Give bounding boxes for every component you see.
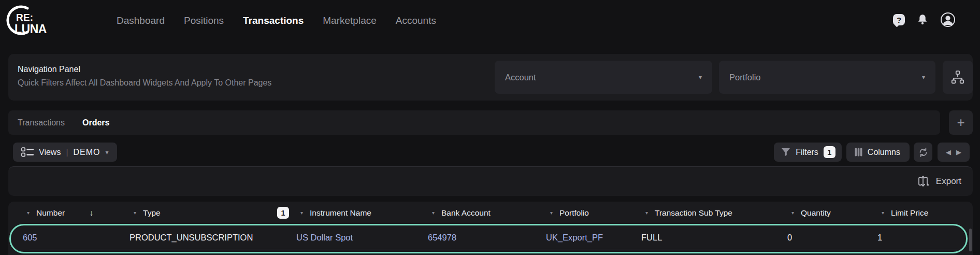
views-list-icon [21,147,34,157]
cell-quantity: 0 [787,233,877,243]
filters-label: Filters [796,148,818,157]
arrow-right-icon[interactable]: ▶ [956,149,961,155]
hierarchy-view-button[interactable] [943,61,973,94]
column-menu-icon[interactable]: ▾ [432,210,435,216]
export-button[interactable]: Export [917,175,961,188]
export-icon [917,175,929,188]
column-header-transaction-sub-type[interactable]: ▾ Transaction Sub Type [641,202,787,224]
column-label: Quantity [801,208,831,218]
column-header-bank-account[interactable]: ▾ Bank Account [428,202,546,224]
row-divider [30,249,958,249]
cell-portfolio[interactable]: UK_Export_PF [546,233,641,243]
brand-logo[interactable]: RE: LUNA [5,3,55,39]
column-label: Transaction Sub Type [655,208,732,218]
help-icon[interactable]: ? [893,14,905,25]
sitemap-icon [951,70,964,84]
cell-limit-price: 1 [877,233,975,243]
columns-icon [855,148,862,157]
refresh-icon [918,147,929,158]
table-header-row: ▾ Number ↓ ▾ Type 1 ▾ Instrument Name ▾ … [8,202,973,224]
columns-button[interactable]: Columns [846,143,910,162]
toolbar-right-group: Filters 1 Columns ◀ ▶ [774,143,970,162]
sort-descending-icon[interactable]: ↓ [89,208,93,218]
vertical-scrollbar[interactable] [969,229,972,251]
table-toolbar: Views | DEMO ▾ Filters 1 Columns [8,138,973,166]
account-dropdown[interactable]: Account ▾ [495,61,712,94]
column-label: Limit Price [891,208,928,218]
nav-item-accounts[interactable]: Accounts [396,15,436,26]
user-avatar-icon[interactable] [940,12,956,27]
table-row-content: 605 PRODUCT_UNSUBSCRIPTION US Dollar Spo… [11,225,966,249]
portfolio-dropdown[interactable]: Portfolio ▾ [719,61,935,94]
cell-instrument-name[interactable]: US Dollar Spot [296,233,428,243]
views-selector[interactable]: Views | DEMO ▾ [13,143,117,162]
orders-table-panel: ▾ Number ↓ ▾ Type 1 ▾ Instrument Name ▾ … [8,202,973,255]
views-current-value: DEMO [74,148,100,157]
columns-label: Columns [868,148,900,157]
column-menu-icon[interactable]: ▾ [882,210,884,216]
top-right-icons: ? [893,0,956,39]
brand-line2: LUNA [15,22,47,36]
cell-bank-account[interactable]: 654978 [428,233,546,243]
nav-item-transactions[interactable]: Transactions [243,15,304,26]
column-menu-icon[interactable]: ▾ [791,210,794,216]
table-row-selected[interactable]: 605 PRODUCT_UNSUBSCRIPTION US Dollar Spo… [9,224,968,253]
filter-funnel-icon [781,148,790,157]
refresh-button[interactable] [914,143,932,162]
nav-item-positions[interactable]: Positions [184,15,224,26]
cell-transaction-sub-type: FULL [641,233,787,243]
views-separator: | [66,148,68,157]
column-header-number[interactable]: ▾ Number ↓ [23,202,129,224]
tabs-bar: Transactions Orders [8,110,940,135]
chevron-down-icon: ▾ [922,74,925,80]
column-menu-icon[interactable]: ▾ [27,210,30,216]
column-label: Number [36,208,65,218]
export-label: Export [936,176,961,187]
column-menu-icon[interactable]: ▾ [645,210,648,216]
notifications-bell-icon[interactable] [917,13,928,26]
top-bar: RE: LUNA Dashboard Positions Transaction… [0,0,980,44]
column-header-quantity[interactable]: ▾ Quantity [787,202,877,224]
tab-orders[interactable]: Orders [82,118,109,128]
column-header-type[interactable]: ▾ Type 1 [129,202,296,224]
cell-number[interactable]: 605 [23,233,129,243]
column-menu-icon[interactable]: ▾ [134,210,136,216]
portfolio-dropdown-placeholder: Portfolio [729,73,761,82]
column-menu-icon[interactable]: ▾ [300,210,303,216]
column-header-portfolio[interactable]: ▾ Portfolio [546,202,641,224]
brand-line1: RE: [16,12,33,23]
export-row-panel: Export [8,166,973,196]
quick-filters-panel: Navigation Panel Quick Filters Affect Al… [8,54,973,101]
cell-type: PRODUCT_UNSUBSCRIPTION [129,233,296,243]
add-tab-button[interactable]: + [949,110,973,135]
type-filter-count-badge: 1 [277,207,289,219]
arrow-left-icon[interactable]: ◀ [946,149,951,155]
account-dropdown-placeholder: Account [505,73,536,82]
column-label: Instrument Name [310,208,371,218]
nav-item-dashboard[interactable]: Dashboard [117,15,165,26]
nav-item-marketplace[interactable]: Marketplace [323,15,377,26]
chevron-down-icon: ▾ [699,74,702,80]
plus-icon: + [957,115,964,131]
column-pager-button[interactable]: ◀ ▶ [938,143,970,162]
column-header-limit-price[interactable]: ▾ Limit Price [877,202,975,224]
column-header-instrument-name[interactable]: ▾ Instrument Name [296,202,428,224]
main-nav: Dashboard Positions Transactions Marketp… [117,0,436,41]
column-label: Type [143,208,161,218]
chevron-down-icon: ▾ [106,149,109,155]
filters-count-badge: 1 [824,146,835,158]
panel-title: Navigation Panel [18,65,80,74]
column-menu-icon[interactable]: ▾ [550,210,553,216]
views-label: Views [39,148,61,157]
tab-transactions[interactable]: Transactions [18,118,65,128]
column-label: Portfolio [559,208,589,218]
column-label: Bank Account [441,208,491,218]
filters-button[interactable]: Filters 1 [774,143,842,162]
panel-subtitle: Quick Filters Affect All Dashboard Widge… [18,78,271,88]
